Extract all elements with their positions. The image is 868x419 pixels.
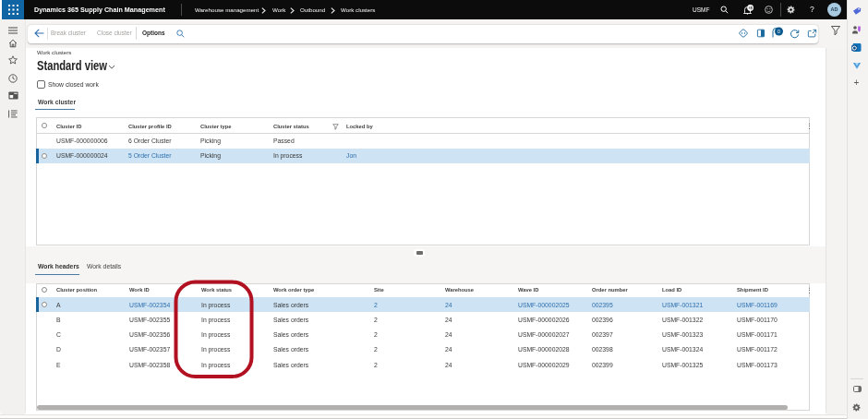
svg-text:0: 0 — [778, 29, 780, 34]
